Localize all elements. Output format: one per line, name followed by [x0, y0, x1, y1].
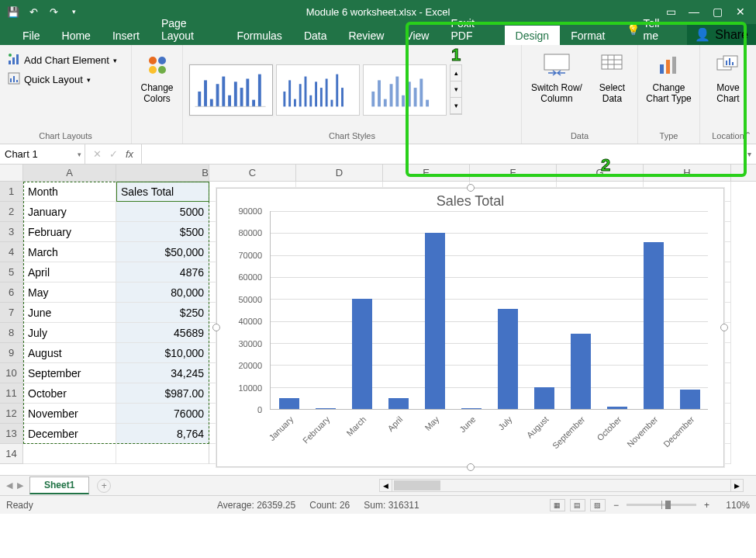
- row-header[interactable]: 10: [0, 363, 23, 383]
- row-header[interactable]: 4: [0, 242, 23, 262]
- cell[interactable]: 76000: [116, 404, 209, 424]
- horizontal-scrollbar[interactable]: ◀ ▶: [379, 479, 744, 492]
- worksheet-grid[interactable]: A B C D E F G H 1MonthSales Total2Januar…: [0, 165, 756, 475]
- row-header[interactable]: 14: [0, 444, 23, 464]
- undo-icon[interactable]: ↶: [26, 5, 40, 19]
- switch-row-column-button[interactable]: Switch Row/ Column: [528, 48, 585, 104]
- chart-x-axis[interactable]: JanuaryFebruaryMarchAprilMayJuneJulyAugu…: [270, 410, 708, 444]
- chart-handle-bottom[interactable]: [467, 463, 475, 471]
- column-header-A[interactable]: A: [23, 165, 116, 181]
- cell[interactable]: [23, 444, 116, 464]
- chart-bar[interactable]: [607, 407, 627, 409]
- cell[interactable]: September: [23, 363, 116, 383]
- formula-input[interactable]: [142, 144, 742, 164]
- select-data-button[interactable]: Select Data: [593, 48, 631, 104]
- row-header[interactable]: 13: [0, 424, 23, 444]
- row-header[interactable]: 3: [0, 222, 23, 242]
- sheet-nav-next-icon[interactable]: ▶: [17, 480, 23, 490]
- new-sheet-button[interactable]: +: [97, 479, 111, 493]
- chart-bar[interactable]: [316, 408, 336, 409]
- qat-customize-icon[interactable]: ▾: [67, 5, 81, 19]
- tab-page-layout[interactable]: Page Layout: [150, 13, 226, 45]
- cell[interactable]: 4876: [116, 262, 209, 282]
- row-header[interactable]: 1: [0, 182, 23, 202]
- row-header[interactable]: 8: [0, 323, 23, 343]
- tab-foxit-pdf[interactable]: Foxit PDF: [440, 13, 504, 45]
- column-header-E[interactable]: E: [383, 165, 470, 181]
- row-header[interactable]: 11: [0, 383, 23, 404]
- scrollbar-thumb[interactable]: [394, 480, 440, 490]
- cell[interactable]: November: [23, 404, 116, 424]
- cell[interactable]: $250: [116, 303, 209, 323]
- cell[interactable]: May: [23, 282, 116, 303]
- zoom-in-icon[interactable]: +: [701, 500, 713, 511]
- select-all-corner[interactable]: [0, 165, 23, 181]
- chevron-up-icon[interactable]: ▴: [450, 65, 461, 81]
- chart-style-gallery-scroll[interactable]: ▴ ▾ ▾: [450, 64, 462, 115]
- tab-design[interactable]: Design: [505, 26, 561, 45]
- tab-review[interactable]: Review: [337, 26, 395, 45]
- redo-icon[interactable]: ↷: [47, 5, 60, 19]
- chart-style-2[interactable]: [276, 64, 360, 116]
- collapse-ribbon-icon[interactable]: ⌃: [744, 130, 751, 140]
- scroll-left-icon[interactable]: ◀: [380, 480, 392, 491]
- cell[interactable]: April: [23, 262, 116, 282]
- maximize-icon[interactable]: ▢: [709, 4, 725, 19]
- cell[interactable]: January: [23, 202, 116, 222]
- chart-bar[interactable]: [388, 398, 409, 409]
- add-chart-element-button[interactable]: Add Chart Element ▾: [6, 51, 119, 69]
- gallery-more-icon[interactable]: ▾: [450, 98, 461, 114]
- column-header-G[interactable]: G: [557, 165, 644, 181]
- tab-file[interactable]: File: [12, 26, 51, 45]
- chart-handle-top[interactable]: [467, 184, 475, 192]
- chart-bar[interactable]: [425, 233, 445, 409]
- tell-me[interactable]: 💡 Tell me: [616, 13, 682, 45]
- sheet-tab-sheet1[interactable]: Sheet1: [29, 477, 89, 494]
- chart-handle-right[interactable]: [720, 324, 728, 331]
- tab-view[interactable]: View: [395, 26, 440, 45]
- cell[interactable]: Sales Total: [116, 182, 209, 202]
- cell[interactable]: October: [23, 383, 116, 404]
- cell[interactable]: 80,000: [116, 282, 209, 303]
- chart-handle-left[interactable]: [212, 324, 220, 331]
- zoom-level[interactable]: 110%: [717, 500, 750, 511]
- row-header[interactable]: 12: [0, 404, 23, 424]
- scroll-right-icon[interactable]: ▶: [730, 480, 743, 491]
- row-header[interactable]: 5: [0, 262, 23, 282]
- chart-bar[interactable]: [461, 408, 482, 409]
- embedded-chart[interactable]: Sales Total 0100002000030000400005000060…: [216, 188, 724, 467]
- tab-formulas[interactable]: Formulas: [226, 26, 293, 45]
- chart-style-1[interactable]: [189, 64, 273, 116]
- chart-bar[interactable]: [534, 387, 554, 409]
- zoom-out-icon[interactable]: −: [610, 500, 622, 511]
- column-header-F[interactable]: F: [470, 165, 557, 181]
- move-chart-button[interactable]: Move Chart: [706, 48, 750, 104]
- cell[interactable]: December: [23, 424, 116, 444]
- chart-bar[interactable]: [498, 309, 518, 409]
- tab-home[interactable]: Home: [51, 26, 102, 45]
- cell[interactable]: $987.00: [116, 383, 209, 404]
- cell[interactable]: July: [23, 323, 116, 343]
- cell[interactable]: 5000: [116, 202, 209, 222]
- cell[interactable]: $500: [116, 222, 209, 242]
- chart-bar[interactable]: [644, 242, 664, 409]
- cell[interactable]: March: [23, 242, 116, 262]
- chart-bar[interactable]: [571, 334, 591, 409]
- row-header[interactable]: 9: [0, 343, 23, 363]
- chart-y-axis[interactable]: 0100002000030000400005000060000700008000…: [230, 211, 267, 410]
- cancel-formula-icon[interactable]: ✕: [93, 148, 102, 160]
- column-header-D[interactable]: D: [296, 165, 383, 181]
- column-header-H[interactable]: H: [644, 165, 731, 181]
- zoom-slider[interactable]: [627, 504, 696, 506]
- tab-format[interactable]: Format: [560, 26, 616, 45]
- column-header-B[interactable]: B: [116, 165, 209, 181]
- quick-layout-button[interactable]: Quick Layout ▾: [6, 71, 92, 88]
- fx-icon[interactable]: fx: [126, 148, 133, 160]
- change-colors-button[interactable]: Change Colors: [138, 48, 176, 104]
- page-break-view-icon[interactable]: ▧: [590, 499, 606, 511]
- cell[interactable]: [116, 444, 209, 464]
- chart-bar[interactable]: [279, 398, 299, 409]
- row-header[interactable]: 2: [0, 202, 23, 222]
- save-icon[interactable]: 💾: [6, 5, 20, 19]
- chart-style-3[interactable]: [363, 64, 447, 116]
